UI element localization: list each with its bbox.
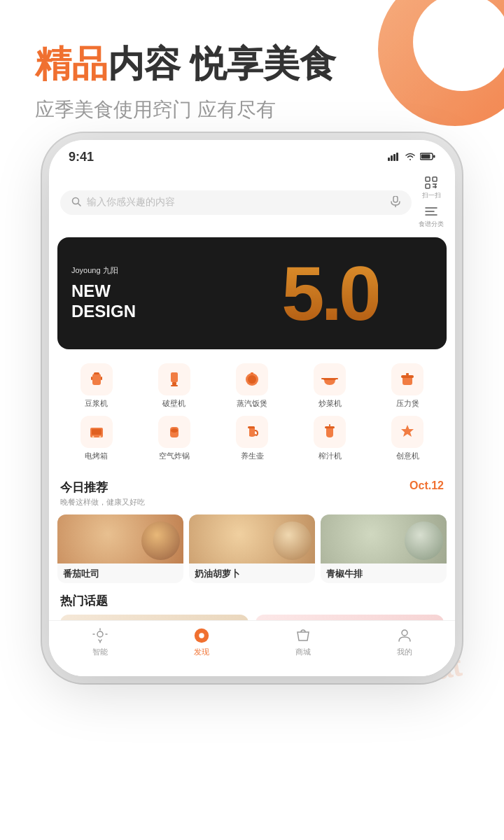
- category-row-2: 电烤箱 空气炸锅 养生壶: [57, 416, 447, 461]
- scan-icon-group[interactable]: 扫一扫: [422, 176, 441, 200]
- tab-item-mine[interactable]: 我的: [354, 626, 455, 657]
- signal-icon: [388, 152, 400, 163]
- svg-point-28: [248, 375, 256, 384]
- category-label-airfryer: 空气炸锅: [159, 451, 190, 461]
- search-placeholder: 输入你感兴趣的内容: [87, 196, 385, 209]
- svg-rect-21: [94, 372, 99, 374]
- category-label-kettle: 养生壶: [241, 451, 264, 461]
- category-item-blender[interactable]: 破壁机: [135, 363, 213, 409]
- category-label-juicer: 榨汁机: [318, 451, 342, 461]
- today-recommend-subtitle: 晚餐这样做，健康又好吃: [60, 497, 145, 507]
- search-bar[interactable]: 输入你感兴趣的内容: [60, 190, 412, 215]
- category-item-creative[interactable]: 创意机: [369, 416, 447, 461]
- category-item-soymilk[interactable]: 豆浆机: [57, 363, 135, 409]
- tab-label-mine: 我的: [397, 647, 412, 657]
- tab-item-shop[interactable]: 商城: [252, 626, 354, 657]
- banner-brand: Joyoung 九阳: [71, 265, 136, 276]
- status-bar: 9:41: [49, 140, 455, 170]
- header-section: 精品内容 悦享美食 应季美食使用窍门 应有尽有: [0, 0, 504, 144]
- main-title: 精品内容 悦享美食: [35, 42, 469, 85]
- category-icon-oven: [80, 416, 113, 448]
- mic-icon[interactable]: [391, 196, 400, 209]
- category-label-pressure: 压力煲: [396, 398, 419, 409]
- recipe-card-tomato[interactable]: 番茄吐司: [57, 514, 183, 583]
- banner-number: 5.0: [281, 255, 378, 332]
- recipe-row: 番茄吐司 奶油胡萝卜 青椒牛排: [49, 510, 455, 590]
- hot-topics-title: 热门话题: [60, 593, 444, 609]
- svg-rect-25: [172, 382, 176, 385]
- svg-point-46: [97, 631, 103, 637]
- category-grid: 豆浆机 破壁机 蒸汽饭煲: [49, 358, 455, 474]
- category-item-pressure[interactable]: 压力煲: [369, 363, 447, 409]
- tab-icon-mine: [396, 626, 414, 645]
- tab-icon-discover: [192, 626, 211, 645]
- category-label-cooker: 蒸汽饭煲: [237, 398, 267, 409]
- svg-rect-31: [321, 378, 325, 379]
- main-title-rest: 内容 悦享美食: [108, 43, 336, 84]
- category-label-wok: 炒菜机: [318, 398, 342, 409]
- category-icon-pressure: [391, 363, 424, 396]
- banner-new-design: NEW DESIGN: [71, 281, 136, 322]
- recipe-card-carrot[interactable]: 奶油胡萝卜: [189, 514, 315, 583]
- svg-rect-6: [433, 155, 435, 158]
- category-item-airfryer[interactable]: 空气炸锅: [135, 416, 213, 461]
- category-icon-creative: [391, 416, 424, 448]
- svg-rect-0: [388, 158, 390, 161]
- svg-rect-3: [396, 153, 398, 161]
- svg-rect-2: [393, 154, 396, 161]
- status-time: 9:41: [69, 150, 94, 164]
- tab-item-smart[interactable]: 智能: [49, 626, 150, 657]
- svg-rect-30: [323, 378, 336, 380]
- category-label-creative: 创意机: [396, 451, 419, 461]
- svg-point-39: [99, 436, 101, 438]
- tab-label-discover: 发现: [194, 647, 209, 657]
- category-icon-blender: [158, 363, 190, 396]
- today-recommend-title: 今日推荐: [60, 479, 145, 496]
- svg-rect-32: [335, 378, 338, 379]
- svg-point-52: [199, 633, 204, 638]
- category-icon-kettle: [236, 416, 268, 448]
- category-icon-soymilk: [80, 363, 113, 396]
- battery-icon: [420, 151, 435, 164]
- category-icon-juicer: [314, 416, 346, 448]
- svg-rect-43: [325, 426, 335, 428]
- category-item-kettle[interactable]: 养生壶: [213, 416, 290, 461]
- recipe-img-carrot: [189, 514, 315, 564]
- status-icons: [388, 151, 435, 164]
- category-icon-airfryer: [158, 416, 190, 448]
- recipe-food-img-tomato: [141, 522, 180, 560]
- today-recommend-header: 今日推荐 晚餐这样做，健康又好吃 Oct.12: [49, 474, 455, 510]
- tab-bar: 智能 发现 商城 我的: [49, 620, 455, 676]
- svg-rect-34: [401, 375, 414, 378]
- category-item-wok[interactable]: 炒菜机: [291, 363, 369, 409]
- recipe-food-img-carrot: [273, 522, 312, 560]
- category-item-juicer[interactable]: 榨汁机: [291, 416, 369, 461]
- top-right-icons: 扫一扫 食谱分类: [419, 176, 444, 229]
- category-item-cooker[interactable]: 蒸汽饭煲: [213, 363, 290, 409]
- svg-rect-23: [101, 377, 102, 380]
- phone-mockup-wrapper: 9:41 输入你感兴趣的内容: [49, 140, 455, 676]
- classify-icon-group[interactable]: 食谱分类: [419, 204, 444, 229]
- tab-item-discover[interactable]: 发现: [150, 626, 252, 657]
- phone-mockup: 9:41 输入你感兴趣的内容: [49, 140, 455, 676]
- category-item-oven[interactable]: 电烤箱: [57, 416, 135, 461]
- recipe-name-pepper: 青椒牛排: [321, 564, 447, 583]
- tab-icon-smart: [91, 626, 109, 645]
- svg-rect-20: [92, 374, 101, 385]
- banner-left: Joyoung 九阳 NEW DESIGN: [57, 254, 150, 333]
- recipe-food-img-pepper: [405, 522, 443, 560]
- svg-line-8: [78, 203, 81, 206]
- svg-rect-44: [329, 424, 330, 426]
- category-label-blender: 破壁机: [162, 398, 186, 409]
- banner[interactable]: Joyoung 九阳 NEW DESIGN 5.0: [57, 237, 447, 349]
- svg-rect-42: [248, 426, 255, 428]
- recipe-name-carrot: 奶油胡萝卜: [189, 564, 315, 583]
- svg-rect-26: [171, 385, 178, 386]
- category-label-soymilk: 豆浆机: [85, 398, 108, 409]
- svg-rect-11: [426, 177, 430, 181]
- sub-title: 应季美食使用窍门 应有尽有: [35, 97, 469, 123]
- svg-point-53: [402, 630, 407, 636]
- svg-rect-35: [406, 373, 409, 375]
- recipe-card-pepper[interactable]: 青椒牛排: [321, 514, 447, 583]
- wifi-icon: [405, 151, 416, 164]
